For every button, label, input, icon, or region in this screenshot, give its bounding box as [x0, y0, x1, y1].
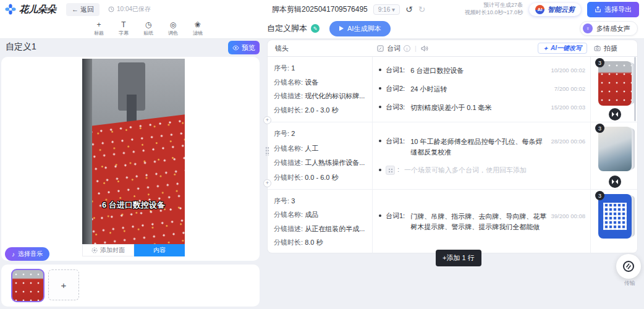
- header-divider: |: [415, 44, 417, 52]
- swap-icon: [612, 112, 618, 117]
- edit-script-icon[interactable]: ✎: [311, 24, 320, 33]
- bullet: [379, 106, 381, 108]
- shot-cell[interactable]: 序号: 1 分镜名称: 设备 分镜描述: 现代化的标识标牌... 分镜时长: 2…: [268, 57, 373, 122]
- line-item[interactable]: 台词1: 10 年工龄老师傅全程品控每个孔位、每条焊缝都反复校准 28/200 …: [378, 137, 585, 158]
- estimate-count: 预计可生成27条: [465, 2, 523, 9]
- select-music-button[interactable]: ♪ 选择音乐: [5, 247, 49, 261]
- speaker-icon[interactable]: [421, 44, 428, 52]
- ai-rewrite-button[interactable]: ✦ AI一键改写: [538, 43, 587, 54]
- frame-edge-graphic: [82, 59, 92, 244]
- scene-title: 自定义1: [6, 41, 36, 53]
- aspect-ratio-select[interactable]: 9:16 ▾: [373, 4, 400, 15]
- tool-group: + 标题 T 字幕 ◷ 贴纸 ◎ 调色 ❀ 滤镜: [90, 20, 206, 36]
- tool-color[interactable]: ◎ 调色: [164, 20, 182, 36]
- video-caption-overlay: 6 台进口数控设备: [82, 200, 185, 211]
- sticker-icon: ◷: [145, 20, 151, 29]
- swap-icon: [612, 179, 618, 184]
- table-header: 镜头 台词 i | ✦ AI一键改写 拍摄: [268, 40, 637, 57]
- video-tab-bar: 添加封面 内容: [82, 244, 185, 256]
- music-icon: ♪: [12, 251, 15, 258]
- script-row-1: 序号: 1 分镜名称: 设备 分镜描述: 现代化的标识标牌... 分镜时长: 2…: [268, 57, 637, 122]
- add-cover-button[interactable]: 添加封面: [82, 244, 134, 256]
- bullet: [379, 140, 381, 142]
- script-row-2: 序号: 2 分镜名称: 人工 分镜描述: 工人熟练操作设备... 分镜时长: 0…: [268, 122, 637, 190]
- tool-sticker[interactable]: ◷ 贴纸: [140, 20, 157, 36]
- table-scrollbar[interactable]: [634, 57, 636, 121]
- shoot-cell: 3: [591, 190, 637, 253]
- transfer-label: 传输: [624, 279, 635, 287]
- tool-title[interactable]: + 标题: [90, 20, 108, 36]
- transfer-fab[interactable]: [616, 254, 641, 279]
- shoot-cell: 3: [591, 122, 637, 189]
- drag-row-handle[interactable]: [265, 146, 269, 156]
- tool-filter[interactable]: ❀ 滤镜: [189, 20, 206, 36]
- placeholder-colon: :: [397, 166, 399, 173]
- char-count: 7/200 00:02: [554, 85, 585, 92]
- video-preview-card: 6 台进口数控设备 添加封面 内容 ♪ 选择音乐: [1, 57, 260, 261]
- clip-count-badge: 3: [595, 124, 604, 133]
- export-button[interactable]: 选择导出: [587, 2, 639, 17]
- add-scene-button[interactable]: +: [48, 269, 79, 300]
- content-tab[interactable]: 内容: [134, 244, 185, 256]
- char-count: 15/200 00:03: [551, 104, 585, 111]
- info-icon[interactable]: i: [404, 45, 410, 52]
- logo-text: 花儿朵朵: [19, 4, 56, 15]
- lines-cell: 台词1: 10 年工龄老师傅全程品控每个孔位、每条焊缝都反复校准 28/200 …: [373, 122, 591, 189]
- bullet: [379, 69, 381, 71]
- clip-count-badge: 3: [595, 191, 604, 200]
- undo-button[interactable]: ↺: [405, 4, 413, 14]
- shot-cell[interactable]: 序号: 3 分镜名称: 成品 分镜描述: 从正在组装的半成... 分镜时长: 8…: [268, 190, 373, 253]
- export-label: 选择导出: [604, 5, 632, 14]
- eye-icon: [232, 45, 239, 51]
- clip-thumbnail[interactable]: 3: [598, 61, 632, 106]
- filter-icon: ❀: [195, 20, 201, 29]
- line-item[interactable]: 台词1: 6 台进口数控设备 10/200 00:02: [378, 66, 585, 76]
- ai-generate-script-button[interactable]: AI生成脚本: [329, 21, 391, 36]
- clock-icon: [108, 6, 114, 12]
- bullet: [379, 87, 381, 90]
- line-item[interactable]: 台词3: 切割精度误差小于 0.1 毫米 15/200 00:03: [378, 103, 585, 113]
- shot-cell[interactable]: 序号: 2 分镜名称: 人工 分镜描述: 工人熟练操作设备... 分镜时长: 0…: [268, 122, 373, 189]
- brand-label: 智能云剪: [548, 5, 575, 14]
- top-bar: 花儿朵朵 ← 返回 10:04已保存 脚本剪辑2025041709576495 …: [0, 0, 644, 19]
- char-count: 10/200 00:02: [551, 67, 585, 74]
- back-button[interactable]: ← 返回: [66, 3, 100, 16]
- clip-thumbnail[interactable]: 3: [598, 194, 632, 239]
- text-icon: T: [121, 20, 125, 29]
- voice-select-button[interactable]: ♀ 多情感女声: [580, 21, 638, 36]
- replace-clip-button[interactable]: [609, 108, 621, 121]
- line-item[interactable]: 台词1: 门牌、吊牌、指示牌、去向牌、导向牌、花草树木提示牌、警示牌、提示牌我们…: [378, 211, 585, 232]
- placeholder-text: 一个场景可输入多个台词，使用回车添加: [404, 166, 585, 175]
- scene-thumbnail-selected[interactable]: [11, 269, 44, 302]
- doc-title: 脚本剪辑2025041709576495: [272, 4, 368, 15]
- edit-icon[interactable]: [376, 44, 384, 52]
- line-item[interactable]: 台词2: 24 小时运转 7/200 00:02: [378, 84, 585, 95]
- char-count: 28/200 00:06: [551, 138, 585, 145]
- video-preview[interactable]: 6 台进口数控设备: [82, 59, 185, 244]
- lines-cell: 台词1: 门牌、吊牌、指示牌、去向牌、导向牌、花草树木提示牌、警示牌、提示牌我们…: [373, 190, 591, 253]
- insert-row-handle[interactable]: +: [263, 179, 271, 187]
- topbar-right: 预计可生成27条 视频时长10.0秒~17.0秒 AI 智能云剪 选择导出: [465, 2, 639, 17]
- app-logo: 花儿朵朵: [5, 4, 56, 15]
- insert-row-handle[interactable]: +: [263, 116, 271, 124]
- flower-logo-icon: [5, 4, 16, 15]
- smart-cloud-clip-button[interactable]: AI 智能云剪: [529, 3, 581, 16]
- redo-button[interactable]: ↻: [418, 4, 426, 14]
- replace-clip-button[interactable]: [609, 176, 621, 188]
- bullet: [379, 169, 381, 171]
- export-icon: [595, 6, 601, 13]
- preview-button[interactable]: 预览: [228, 41, 260, 54]
- red-sheet-graphic: [82, 114, 185, 244]
- sparkle-icon: ✦: [543, 45, 548, 52]
- tool-subtitle[interactable]: T 字幕: [115, 20, 132, 36]
- lines-cell: 台词1: 6 台进口数控设备 10/200 00:02 台词2: 24 小时运转…: [373, 57, 591, 122]
- add-row-button[interactable]: +添加 1 行: [436, 250, 481, 266]
- script-table: 镜头 台词 i | ✦ AI一键改写 拍摄: [267, 40, 638, 253]
- play-icon: [339, 26, 344, 31]
- new-line-input[interactable]: : 一个场景可输入多个台词，使用回车添加: [378, 166, 585, 175]
- script-row-3: 序号: 3 分镜名称: 成品 分镜描述: 从正在组装的半成... 分镜时长: 8…: [268, 190, 637, 253]
- column-header-lines: 台词 i | ✦ AI一键改写: [373, 40, 591, 56]
- clip-thumbnail[interactable]: 3: [598, 127, 632, 171]
- script-type-label: 自定义脚本 ✎: [267, 23, 320, 34]
- edit-toolbar: + 标题 T 字幕 ◷ 贴纸 ◎ 调色 ❀ 滤镜 自定义脚本 ✎: [0, 19, 644, 39]
